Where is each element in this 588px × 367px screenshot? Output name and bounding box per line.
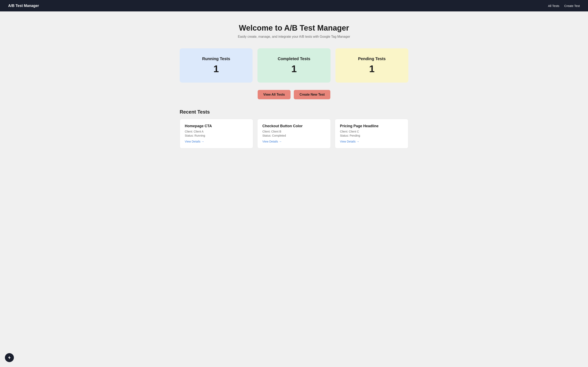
tests-grid: Homepage CTA Client: Client A Status: Ru… xyxy=(180,119,408,149)
stat-running-title: Running Tests xyxy=(186,57,246,61)
stat-completed-title: Completed Tests xyxy=(264,57,324,61)
bolt-svg xyxy=(7,356,11,360)
main-content: Welcome to A/B Test Manager Easily creat… xyxy=(172,11,416,161)
bolt-icon[interactable] xyxy=(5,353,14,362)
stats-grid: Running Tests 1 Completed Tests 1 Pendin… xyxy=(180,48,408,83)
stat-completed-value: 1 xyxy=(264,63,324,75)
recent-tests-section: Recent Tests Homepage CTA Client: Client… xyxy=(180,109,408,149)
test-card-1-client: Client: Client A xyxy=(185,130,248,133)
stat-running-value: 1 xyxy=(186,63,246,75)
test-card-1-status: Status: Running xyxy=(185,134,248,137)
navbar: A/B Test Manager All Tests Create Test xyxy=(0,0,588,11)
recent-tests-title: Recent Tests xyxy=(180,109,408,115)
nav-create-test[interactable]: Create Test xyxy=(564,4,580,8)
nav-all-tests[interactable]: All Tests xyxy=(548,4,559,8)
action-buttons: View All Tests Create New Test xyxy=(180,90,408,99)
test-card-2-link[interactable]: View Details → xyxy=(262,140,282,143)
hero-subtitle: Easily create, manage, and integrate you… xyxy=(180,35,408,39)
test-card-2-client: Client: Client B xyxy=(262,130,326,133)
stat-card-running: Running Tests 1 xyxy=(180,48,252,83)
view-all-tests-button[interactable]: View All Tests xyxy=(258,90,291,99)
stat-card-pending: Pending Tests 1 xyxy=(336,48,408,83)
test-card-3-link[interactable]: View Details → xyxy=(340,140,359,143)
stat-card-completed: Completed Tests 1 xyxy=(258,48,330,83)
test-card-3-client: Client: Client C xyxy=(340,130,403,133)
test-card-3: Pricing Page Headline Client: Client C S… xyxy=(335,119,408,149)
test-card-1-link[interactable]: View Details → xyxy=(185,140,204,143)
test-card-2: Checkout Button Color Client: Client B S… xyxy=(257,119,331,149)
create-new-test-button[interactable]: Create New Test xyxy=(294,90,330,99)
hero-section: Welcome to A/B Test Manager Easily creat… xyxy=(180,24,408,39)
test-card-2-title: Checkout Button Color xyxy=(262,124,326,128)
test-card-2-status: Status: Completed xyxy=(262,134,326,137)
test-card-3-status: Status: Pending xyxy=(340,134,403,137)
test-card-1: Homepage CTA Client: Client A Status: Ru… xyxy=(180,119,253,149)
test-card-1-title: Homepage CTA xyxy=(185,124,248,128)
stat-pending-title: Pending Tests xyxy=(342,57,402,61)
navbar-brand: A/B Test Manager xyxy=(8,4,39,8)
stat-pending-value: 1 xyxy=(342,63,402,75)
test-card-3-title: Pricing Page Headline xyxy=(340,124,403,128)
navbar-links: All Tests Create Test xyxy=(548,4,580,8)
hero-title: Welcome to A/B Test Manager xyxy=(180,24,408,33)
